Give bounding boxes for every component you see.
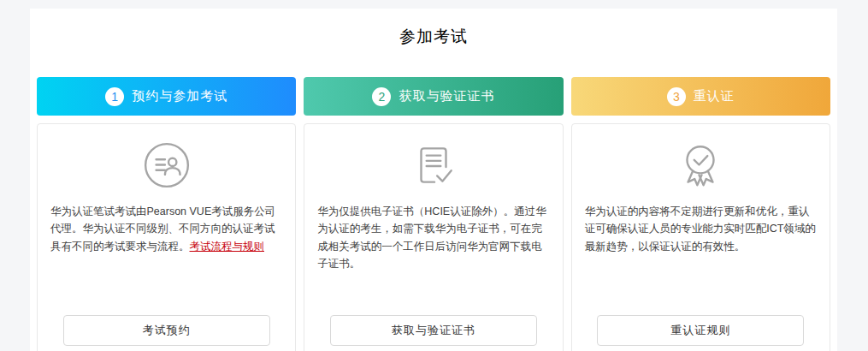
step-header-label-2: 获取与验证证书 — [399, 88, 494, 104]
contact-card-icon — [50, 138, 282, 193]
get-verify-certificate-button[interactable]: 获取与验证证书 — [330, 315, 537, 346]
step-number-badge-1: 1 — [105, 87, 124, 106]
content-panel: 参加考试 1 预约与参加考试 华为认证笔试考试由Pearson VUE考试 — [30, 9, 837, 351]
step-header-1: 1 预约与参加考试 — [37, 77, 296, 116]
step-description-3: 华为认证的内容将不定期进行更新和优化，重认证可确保认证人员的专业能力实时匹配IC… — [585, 203, 817, 255]
step-description-text-2: 华为仅提供电子证书（HCIE认证除外）。通过华为认证的考生，如需下载华为电子证书… — [317, 205, 546, 270]
step-description-2: 华为仅提供电子证书（HCIE认证除外）。通过华为认证的考生，如需下载华为电子证书… — [317, 203, 549, 272]
step-number-badge-2: 2 — [372, 87, 391, 106]
step-description-1: 华为认证笔试考试由Pearson VUE考试服务公司代理。华为认证不同级别、不同… — [50, 203, 282, 255]
exam-rules-link[interactable]: 考试流程与规则 — [190, 241, 265, 253]
step-column-2: 2 获取与验证证书 华为仅提供电子证书（HCIE认证除外）。通过华为认证的考生，… — [304, 77, 563, 351]
step-card-1: 华为认证笔试考试由Pearson VUE考试服务公司代理。华为认证不同级别、不同… — [37, 123, 296, 351]
medal-icon — [585, 138, 817, 193]
step-card-2: 华为仅提供电子证书（HCIE认证除外）。通过华为认证的考生，如需下载华为电子证书… — [304, 123, 563, 351]
step-header-3: 3 重认证 — [571, 77, 830, 116]
step-description-text-3: 华为认证的内容将不定期进行更新和优化，重认证可确保认证人员的专业能力实时匹配IC… — [585, 205, 816, 253]
step-header-label-1: 预约与参加考试 — [132, 88, 227, 104]
page-title: 参加考试 — [30, 26, 837, 48]
certificate-document-icon — [317, 138, 549, 193]
step-header-label-3: 重认证 — [694, 88, 735, 104]
step-card-3: 华为认证的内容将不定期进行更新和优化，重认证可确保认证人员的专业能力实时匹配IC… — [571, 123, 830, 351]
steps-grid: 1 预约与参加考试 华为认证笔试考试由Pearson VUE考试服务公司代理。华… — [30, 77, 837, 351]
exam-booking-button[interactable]: 考试预约 — [63, 315, 270, 346]
step-column-1: 1 预约与参加考试 华为认证笔试考试由Pearson VUE考试服务公司代理。华… — [37, 77, 296, 351]
step-header-2: 2 获取与验证证书 — [304, 77, 563, 116]
step-column-3: 3 重认证 华为认证的内容将不定期进行更新和优化，重认证可确保认证人员的专业能力… — [571, 77, 830, 351]
recertification-rules-button[interactable]: 重认证规则 — [597, 315, 804, 346]
step-number-badge-3: 3 — [667, 87, 686, 106]
